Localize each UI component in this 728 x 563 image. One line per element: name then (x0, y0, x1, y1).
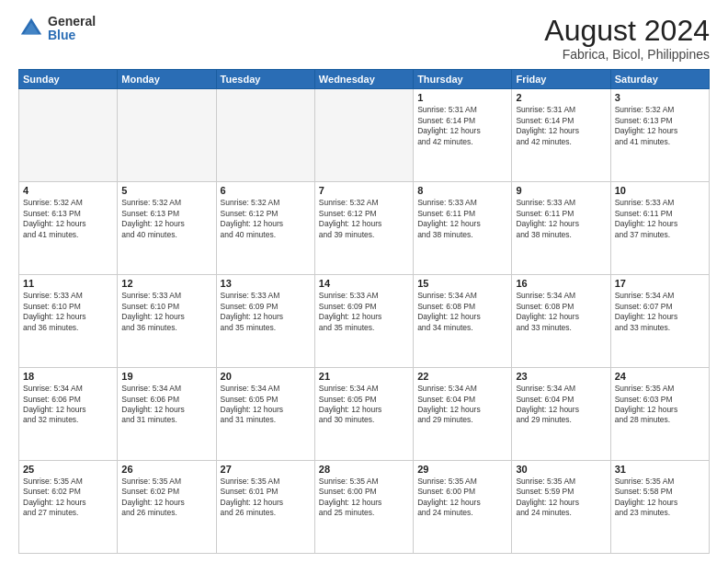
calendar-table: SundayMondayTuesdayWednesdayThursdayFrid… (18, 69, 710, 554)
calendar-cell: 7Sunrise: 5:32 AM Sunset: 6:12 PM Daylig… (314, 182, 413, 275)
logo-text: General Blue (48, 15, 96, 43)
day-number: 4 (23, 185, 113, 196)
calendar-cell: 24Sunrise: 5:35 AM Sunset: 6:03 PM Dayli… (610, 368, 709, 461)
day-info: Sunrise: 5:34 AM Sunset: 6:06 PM Dayligh… (23, 384, 113, 426)
calendar-cell: 10Sunrise: 5:33 AM Sunset: 6:11 PM Dayli… (610, 182, 709, 275)
day-info: Sunrise: 5:34 AM Sunset: 6:04 PM Dayligh… (516, 384, 606, 426)
day-info: Sunrise: 5:34 AM Sunset: 6:07 PM Dayligh… (615, 291, 705, 333)
calendar-cell: 12Sunrise: 5:33 AM Sunset: 6:10 PM Dayli… (118, 275, 216, 368)
calendar-cell: 17Sunrise: 5:34 AM Sunset: 6:07 PM Dayli… (610, 275, 709, 368)
day-info: Sunrise: 5:32 AM Sunset: 6:12 PM Dayligh… (319, 198, 409, 240)
day-number: 3 (615, 92, 705, 103)
day-info: Sunrise: 5:35 AM Sunset: 6:02 PM Dayligh… (121, 477, 211, 519)
calendar-cell: 3Sunrise: 5:32 AM Sunset: 6:13 PM Daylig… (610, 89, 709, 182)
day-info: Sunrise: 5:32 AM Sunset: 6:13 PM Dayligh… (121, 198, 211, 240)
calendar-header-monday: Monday (118, 70, 216, 89)
calendar-header-sunday: Sunday (19, 70, 118, 89)
day-info: Sunrise: 5:35 AM Sunset: 6:00 PM Dayligh… (417, 477, 507, 519)
logo-general-text: General (48, 15, 96, 29)
day-number: 30 (516, 464, 606, 475)
day-info: Sunrise: 5:35 AM Sunset: 5:58 PM Dayligh… (615, 477, 705, 519)
day-info: Sunrise: 5:31 AM Sunset: 6:14 PM Dayligh… (417, 105, 507, 147)
day-number: 5 (121, 185, 211, 196)
day-info: Sunrise: 5:31 AM Sunset: 6:14 PM Dayligh… (516, 105, 606, 147)
calendar-header-tuesday: Tuesday (216, 70, 314, 89)
calendar-cell: 11Sunrise: 5:33 AM Sunset: 6:10 PM Dayli… (19, 275, 118, 368)
day-number: 6 (221, 185, 311, 196)
day-number: 2 (516, 92, 606, 103)
calendar-cell: 18Sunrise: 5:34 AM Sunset: 6:06 PM Dayli… (19, 368, 118, 461)
calendar-week-row: 4Sunrise: 5:32 AM Sunset: 6:13 PM Daylig… (19, 182, 710, 275)
day-info: Sunrise: 5:32 AM Sunset: 6:13 PM Dayligh… (615, 105, 705, 147)
calendar-cell: 26Sunrise: 5:35 AM Sunset: 6:02 PM Dayli… (118, 461, 216, 554)
day-info: Sunrise: 5:33 AM Sunset: 6:09 PM Dayligh… (221, 291, 311, 333)
day-info: Sunrise: 5:32 AM Sunset: 6:13 PM Dayligh… (23, 198, 113, 240)
calendar-cell: 9Sunrise: 5:33 AM Sunset: 6:11 PM Daylig… (512, 182, 610, 275)
day-number: 18 (23, 371, 113, 382)
day-number: 20 (221, 371, 311, 382)
day-info: Sunrise: 5:33 AM Sunset: 6:10 PM Dayligh… (23, 291, 113, 333)
day-number: 8 (417, 185, 507, 196)
calendar-cell: 16Sunrise: 5:34 AM Sunset: 6:08 PM Dayli… (512, 275, 610, 368)
day-info: Sunrise: 5:35 AM Sunset: 6:03 PM Dayligh… (615, 384, 705, 426)
calendar-cell: 28Sunrise: 5:35 AM Sunset: 6:00 PM Dayli… (314, 461, 413, 554)
logo: General Blue (18, 15, 96, 43)
calendar-header-thursday: Thursday (414, 70, 512, 89)
calendar-week-row: 25Sunrise: 5:35 AM Sunset: 6:02 PM Dayli… (19, 461, 710, 554)
day-number: 7 (319, 185, 409, 196)
day-number: 25 (23, 464, 113, 475)
calendar-cell: 30Sunrise: 5:35 AM Sunset: 5:59 PM Dayli… (512, 461, 610, 554)
calendar-header-friday: Friday (512, 70, 610, 89)
day-number: 17 (615, 278, 705, 289)
calendar-cell: 21Sunrise: 5:34 AM Sunset: 6:05 PM Dayli… (314, 368, 413, 461)
day-number: 26 (121, 464, 211, 475)
logo-blue-text: Blue (48, 29, 96, 42)
calendar-cell (314, 89, 413, 182)
calendar-header-wednesday: Wednesday (314, 70, 413, 89)
calendar-cell: 8Sunrise: 5:33 AM Sunset: 6:11 PM Daylig… (414, 182, 512, 275)
calendar-cell: 2Sunrise: 5:31 AM Sunset: 6:14 PM Daylig… (512, 89, 610, 182)
day-info: Sunrise: 5:33 AM Sunset: 6:09 PM Dayligh… (319, 291, 409, 333)
main-title: August 2024 (544, 15, 710, 47)
calendar-cell: 15Sunrise: 5:34 AM Sunset: 6:08 PM Dayli… (414, 275, 512, 368)
day-info: Sunrise: 5:33 AM Sunset: 6:10 PM Dayligh… (121, 291, 211, 333)
day-number: 31 (615, 464, 705, 475)
day-number: 21 (319, 371, 409, 382)
day-info: Sunrise: 5:34 AM Sunset: 6:05 PM Dayligh… (221, 384, 311, 426)
page: General Blue August 2024 Fabrica, Bicol,… (0, 0, 728, 563)
calendar-week-row: 18Sunrise: 5:34 AM Sunset: 6:06 PM Dayli… (19, 368, 710, 461)
day-number: 16 (516, 278, 606, 289)
day-info: Sunrise: 5:35 AM Sunset: 5:59 PM Dayligh… (516, 477, 606, 519)
calendar-cell: 19Sunrise: 5:34 AM Sunset: 6:06 PM Dayli… (118, 368, 216, 461)
day-number: 29 (417, 464, 507, 475)
day-number: 9 (516, 185, 606, 196)
day-info: Sunrise: 5:34 AM Sunset: 6:08 PM Dayligh… (516, 291, 606, 333)
day-info: Sunrise: 5:35 AM Sunset: 6:00 PM Dayligh… (319, 477, 409, 519)
calendar-cell: 31Sunrise: 5:35 AM Sunset: 5:58 PM Dayli… (610, 461, 709, 554)
day-info: Sunrise: 5:34 AM Sunset: 6:04 PM Dayligh… (417, 384, 507, 426)
calendar-cell: 25Sunrise: 5:35 AM Sunset: 6:02 PM Dayli… (19, 461, 118, 554)
day-info: Sunrise: 5:33 AM Sunset: 6:11 PM Dayligh… (516, 198, 606, 240)
day-number: 14 (319, 278, 409, 289)
day-number: 28 (319, 464, 409, 475)
calendar-cell: 4Sunrise: 5:32 AM Sunset: 6:13 PM Daylig… (19, 182, 118, 275)
title-block: August 2024 Fabrica, Bicol, Philippines (544, 15, 710, 62)
day-number: 24 (615, 371, 705, 382)
calendar-cell (118, 89, 216, 182)
day-number: 1 (417, 92, 507, 103)
calendar-week-row: 1Sunrise: 5:31 AM Sunset: 6:14 PM Daylig… (19, 89, 710, 182)
calendar-cell: 14Sunrise: 5:33 AM Sunset: 6:09 PM Dayli… (314, 275, 413, 368)
calendar-cell: 5Sunrise: 5:32 AM Sunset: 6:13 PM Daylig… (118, 182, 216, 275)
subtitle: Fabrica, Bicol, Philippines (544, 47, 710, 62)
day-number: 19 (121, 371, 211, 382)
calendar-cell: 23Sunrise: 5:34 AM Sunset: 6:04 PM Dayli… (512, 368, 610, 461)
day-number: 15 (417, 278, 507, 289)
calendar-cell (216, 89, 314, 182)
calendar-cell: 6Sunrise: 5:32 AM Sunset: 6:12 PM Daylig… (216, 182, 314, 275)
calendar-header-saturday: Saturday (610, 70, 709, 89)
calendar-cell: 13Sunrise: 5:33 AM Sunset: 6:09 PM Dayli… (216, 275, 314, 368)
day-number: 23 (516, 371, 606, 382)
calendar-header-row: SundayMondayTuesdayWednesdayThursdayFrid… (19, 70, 710, 89)
calendar-cell: 1Sunrise: 5:31 AM Sunset: 6:14 PM Daylig… (414, 89, 512, 182)
calendar-cell: 27Sunrise: 5:35 AM Sunset: 6:01 PM Dayli… (216, 461, 314, 554)
